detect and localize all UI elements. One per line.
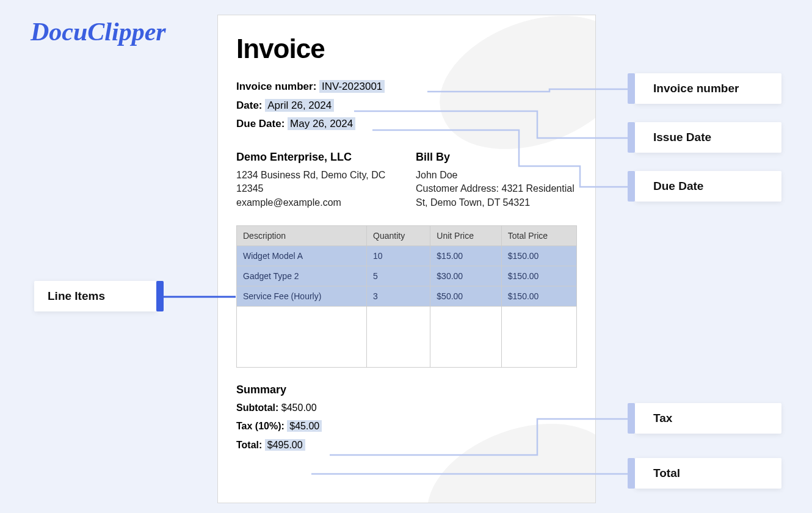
from-address: 1234 Business Rd, Demo City, DC 12345 — [236, 169, 397, 196]
callout-tax: Tax — [635, 403, 781, 434]
date-label: Date: — [236, 100, 263, 111]
bill-by-name: John Doe — [416, 169, 577, 182]
callout-line-items: Line Items — [34, 281, 156, 311]
summary-heading: Summary — [236, 384, 577, 396]
cell-quantity: 3 — [367, 286, 430, 306]
tax-line: Tax (10%): $45.00 — [236, 417, 577, 435]
cell-unit_price: $15.00 — [430, 246, 501, 266]
invoice-number-value: INV-2023001 — [319, 80, 385, 93]
callout-due-date: Due Date — [635, 171, 781, 202]
due-date-value: May 26, 2024 — [288, 117, 355, 130]
subtotal-line: Subtotal: $450.00 — [236, 399, 577, 417]
tax-value: $45.00 — [287, 420, 322, 432]
subtotal-value: $450.00 — [281, 402, 317, 413]
callout-invoice-number: Invoice number — [635, 73, 781, 104]
cell-total_price: $150.00 — [501, 286, 576, 306]
cell-unit_price: $30.00 — [430, 266, 501, 286]
col-quantity: Quantity — [367, 225, 430, 246]
cell-quantity: 10 — [367, 246, 430, 266]
cell-total_price: $150.00 — [501, 246, 576, 266]
due-date-line: Due Date: May 26, 2024 — [236, 115, 577, 134]
summary-block: Summary Subtotal: $450.00 Tax (10%): $45… — [236, 384, 577, 454]
subtotal-label: Subtotal: — [236, 402, 278, 413]
cell-total_price: $150.00 — [501, 266, 576, 286]
table-row: Service Fee (Hourly)3$50.00$150.00 — [237, 286, 577, 306]
bill-by-heading: Bill By — [416, 151, 577, 164]
from-email: example@example.com — [236, 196, 397, 209]
doc-title: Invoice — [236, 34, 577, 64]
col-description: Description — [237, 225, 367, 246]
from-block: Demo Enterprise, LLC 1234 Business Rd, D… — [236, 151, 397, 209]
cell-description: Widget Model A — [237, 246, 367, 266]
due-date-label: Due Date: — [236, 118, 285, 129]
table-row: Widget Model A10$15.00$150.00 — [237, 246, 577, 266]
callout-issue-date: Issue Date — [635, 122, 781, 153]
col-unit-price: Unit Price — [430, 225, 501, 246]
cell-description: Service Fee (Hourly) — [237, 286, 367, 306]
invoice-number-line: Invoice number: INV-2023001 — [236, 78, 577, 96]
table-row-empty — [237, 306, 577, 367]
date-line: Date: April 26, 2024 — [236, 96, 577, 115]
invoice-number-label: Invoice number: — [236, 81, 316, 92]
line-items-table: Description Quantity Unit Price Total Pr… — [236, 225, 577, 368]
cell-description: Gadget Type 2 — [237, 266, 367, 286]
bill-by-block: Bill By John Doe Customer Address: 4321 … — [416, 151, 577, 209]
invoice-document: Invoice Invoice number: INV-2023001 Date… — [217, 15, 596, 503]
col-total-price: Total Price — [501, 225, 576, 246]
cell-unit_price: $50.00 — [430, 286, 501, 306]
cell-quantity: 5 — [367, 266, 430, 286]
brand-logo: DocuClipper — [31, 17, 166, 46]
total-label: Total: — [236, 440, 262, 450]
total-line: Total: $495.00 — [236, 436, 577, 454]
callout-total: Total — [635, 458, 781, 489]
total-value: $495.00 — [265, 439, 305, 451]
table-row: Gadget Type 25$30.00$150.00 — [237, 266, 577, 286]
from-name: Demo Enterprise, LLC — [236, 151, 397, 164]
date-value: April 26, 2024 — [265, 99, 334, 112]
tax-label: Tax (10%): — [236, 421, 285, 431]
bill-by-address: Customer Address: 4321 Residential St, D… — [416, 182, 577, 209]
